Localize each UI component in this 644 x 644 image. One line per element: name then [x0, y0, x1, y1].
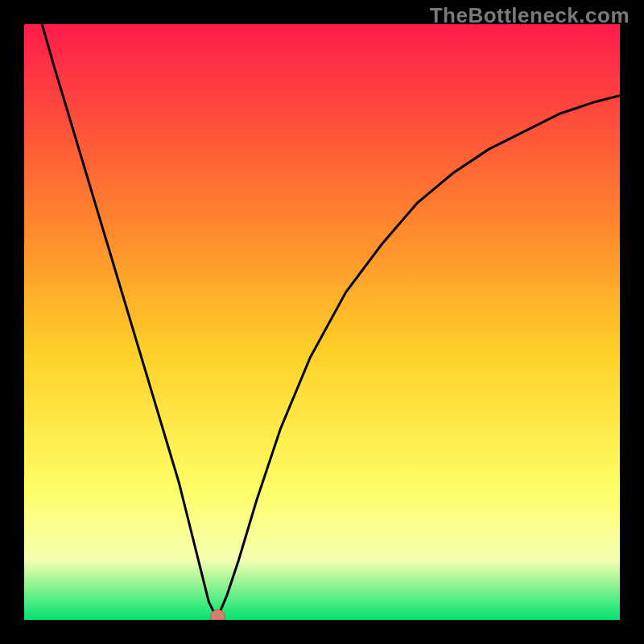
plot-area: [24, 24, 620, 620]
gradient-background: [24, 24, 620, 620]
bottleneck-plot: [24, 24, 620, 620]
optimum-marker-icon: [211, 609, 225, 620]
chart-frame: TheBottleneck.com: [0, 0, 644, 644]
